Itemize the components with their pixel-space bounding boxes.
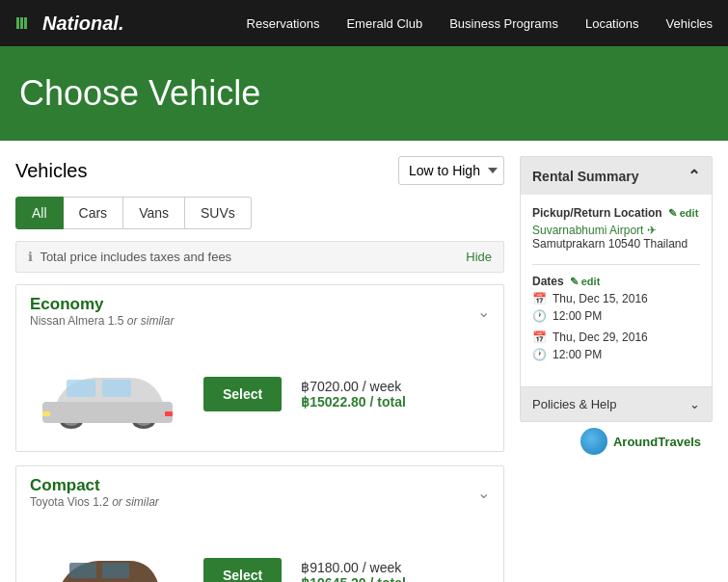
dates-edit-button[interactable]: edit	[570, 276, 601, 288]
vehicle-card-header-compact: Compact Toyota Vios 1.2 or similar ⌄	[16, 466, 503, 518]
vehicle-card-compact: Compact Toyota Vios 1.2 or similar ⌄	[15, 465, 504, 582]
calendar-icon-1: 📅	[532, 292, 547, 305]
rental-summary-title: Rental Summary	[532, 169, 638, 184]
vehicle-body-economy: Select ฿7020.00 / week ฿15022.80 / total	[16, 337, 503, 451]
rental-summary: Rental Summary ⌃ Pickup/Return Location …	[520, 156, 713, 422]
svg-rect-0	[16, 17, 19, 29]
policies-label: Policies & Help	[532, 397, 616, 411]
vehicle-card-economy: Economy Nissan Almera 1.5 or similar ⌄	[15, 284, 504, 452]
price-total-economy: ฿15022.80 / total	[301, 394, 406, 410]
vehicles-title: Vehicles	[15, 160, 88, 182]
car-illustration-economy	[33, 358, 182, 431]
vehicle-category-compact: Compact	[30, 476, 159, 495]
svg-rect-17	[69, 563, 96, 578]
time2-row: 🕐 12:00 PM	[532, 348, 700, 361]
tab-suvs[interactable]: SUVs	[185, 197, 252, 229]
pickup-return-label: Pickup/Return Location edit	[532, 206, 700, 220]
hero-banner: Choose Vehicle	[0, 46, 728, 141]
pickup-edit-button[interactable]: edit	[668, 207, 699, 220]
vehicle-body-compact: Select ฿9180.00 / week ฿19645.20 / total	[16, 518, 503, 582]
chevron-down-icon: ⌄	[477, 303, 490, 321]
tab-cars[interactable]: Cars	[64, 197, 124, 229]
price-total-compact: ฿19645.20 / total	[301, 575, 406, 582]
rental-summary-header: Rental Summary ⌃	[521, 157, 712, 195]
nav-business-programs[interactable]: Business Programs	[449, 16, 558, 31]
logo: National.	[15, 13, 123, 35]
nav-emerald-club[interactable]: Emerald Club	[346, 16, 422, 31]
national-logo-icon	[15, 13, 37, 34]
time2-value: 12:00 PM	[553, 348, 602, 361]
chevron-up-icon: ⌃	[688, 167, 700, 185]
date2-value: Thu, Dec 29, 2016	[553, 331, 648, 344]
page-title: Choose Vehicle	[19, 73, 709, 114]
vehicle-info-economy: Select ฿7020.00 / week ฿15022.80 / total	[203, 377, 406, 411]
dates-section: Dates edit 📅 Thu, Dec 15, 2016 🕐 12:00 P…	[532, 275, 700, 361]
nav-reservations[interactable]: Reservations	[247, 16, 320, 31]
hide-button[interactable]: Hide	[466, 250, 492, 264]
select-button-compact[interactable]: Select	[203, 558, 282, 582]
vehicle-price-compact: ฿9180.00 / week ฿19645.20 / total	[301, 560, 406, 582]
price-weekly-compact: ฿9180.00 / week	[301, 560, 406, 575]
main-content: Vehicles Low to High High to Low All Car…	[0, 141, 728, 582]
date2-row: 📅 Thu, Dec 29, 2016	[532, 331, 700, 344]
svg-rect-2	[24, 17, 27, 29]
svg-rect-10	[42, 411, 50, 416]
watermark: AroundTravels	[520, 422, 713, 461]
logo-text: National.	[42, 13, 123, 35]
time1-value: 12:00 PM	[553, 309, 602, 323]
vehicle-image-compact	[30, 532, 184, 582]
clock-icon-2: 🕐	[532, 348, 547, 361]
sort-select[interactable]: Low to High High to Low	[398, 156, 504, 185]
plane-icon: ✈	[647, 224, 657, 237]
svg-rect-18	[102, 563, 129, 578]
car-illustration-compact	[33, 540, 182, 583]
dates-label: Dates edit	[532, 275, 700, 288]
price-notice: ℹ Total price includes taxes and fees Hi…	[15, 241, 504, 273]
airport-value: Suvarnabhumi Airport ✈ Samutprakarn 1054…	[532, 224, 700, 251]
vehicle-model-compact: Toyota Vios 1.2 or similar	[30, 495, 159, 509]
info-icon: ℹ	[28, 250, 33, 264]
vehicles-header: Vehicles Low to High High to Low	[15, 156, 504, 185]
vehicle-card-header-economy: Economy Nissan Almera 1.5 or similar ⌄	[16, 285, 503, 337]
vehicle-tabs: All Cars Vans SUVs	[15, 197, 504, 229]
svg-rect-9	[102, 380, 131, 397]
pickup-return-section: Pickup/Return Location edit Suvarnabhumi…	[532, 206, 700, 251]
rental-summary-body: Pickup/Return Location edit Suvarnabhumi…	[521, 195, 712, 386]
svg-rect-11	[165, 411, 173, 416]
svg-rect-7	[42, 402, 173, 423]
policies-section[interactable]: Policies & Help ⌄	[521, 386, 712, 421]
globe-icon	[580, 428, 607, 455]
divider-1	[532, 264, 700, 265]
date1-row: 📅 Thu, Dec 15, 2016	[532, 292, 700, 305]
vehicle-category-economy: Economy	[30, 295, 174, 314]
navigation: National. Reservations Emerald Club Busi…	[0, 0, 728, 46]
airport-name: Suvarnabhumi Airport ✈	[532, 224, 700, 237]
vehicle-model-economy: Nissan Almera 1.5 or similar	[30, 314, 174, 328]
price-weekly-economy: ฿7020.00 / week	[301, 379, 406, 394]
calendar-icon-2: 📅	[532, 331, 547, 344]
chevron-down-icon-compact: ⌄	[477, 484, 490, 502]
time1-row: 🕐 12:00 PM	[532, 309, 700, 323]
watermark-text: AroundTravels	[613, 435, 701, 449]
svg-rect-8	[67, 380, 95, 397]
vehicle-info-compact: Select ฿9180.00 / week ฿19645.20 / total	[203, 558, 406, 582]
date1-value: Thu, Dec 15, 2016	[553, 292, 648, 305]
svg-rect-1	[20, 17, 23, 29]
select-button-economy[interactable]: Select	[203, 377, 282, 411]
nav-vehicles[interactable]: Vehicles	[666, 16, 713, 31]
vehicle-price-economy: ฿7020.00 / week ฿15022.80 / total	[301, 379, 406, 410]
notice-text: ℹ Total price includes taxes and fees	[28, 250, 231, 264]
tab-vans[interactable]: Vans	[123, 197, 185, 229]
nav-locations[interactable]: Locations	[585, 16, 639, 31]
tab-all[interactable]: All	[15, 197, 64, 229]
vehicle-image-economy	[30, 351, 184, 437]
sidebar: Rental Summary ⌃ Pickup/Return Location …	[520, 156, 713, 582]
clock-icon-1: 🕐	[532, 309, 547, 323]
nav-links: Reservations Emerald Club Business Progr…	[247, 16, 713, 31]
vehicles-section: Vehicles Low to High High to Low All Car…	[15, 156, 504, 582]
airport-location: Samutprakarn 10540 Thailand	[532, 237, 700, 251]
chevron-down-icon-policies: ⌄	[689, 397, 700, 411]
